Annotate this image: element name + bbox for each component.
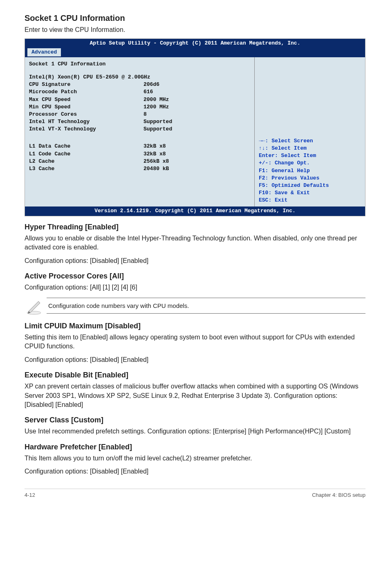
text-limit-cpuid-body: Setting this item to [Enabled] allows le… [25,333,365,351]
bios-help-line: F1: General Help [259,167,361,175]
heading-limit-cpuid: Limit CPUID Maximum [Disabled] [25,321,365,331]
page-footer: 4-12 Chapter 4: BIOS setup [25,489,365,499]
text-active-cores-config: Configuration options: [All] [1] [2] [4]… [25,283,365,292]
bios-left-column: Socket 1 CPU Information Intel(R) Xeon(R… [25,57,255,207]
text-socket-info-intro: Enter to view the CPU Information. [25,25,365,34]
bios-right-column: →←: Select Screen ↑↓: Select Item Enter:… [255,57,365,207]
bios-label: CPU Signature [29,81,143,88]
bios-label: L1 Data Cache [29,143,143,150]
bios-row-intel-ht: Intel HT Technology Supported [29,118,250,126]
bios-row-max-cpu-speed: Max CPU Speed 2000 MHz [29,96,250,103]
bios-tab-bar: Advanced [25,48,365,57]
bios-label: L2 Cache [29,158,143,165]
bios-help-line: ESC: Exit [259,197,361,204]
bios-label: L1 Code Cache [29,150,143,158]
heading-hw-prefetch: Hardware Prefetcher [Enabled] [25,442,365,452]
text-hw-prefetch-body: This Item allows you to turn on/off the … [25,454,365,463]
bios-title-bar: Aptio Setup Utility - Copyright (C) 2011… [25,39,365,48]
text-hw-prefetch-config: Configuration options: [Disabled] [Enabl… [25,467,365,476]
heading-socket-info: Socket 1 CPU Information [25,12,365,24]
heading-server-class: Server Class [Custom] [25,415,365,425]
bios-value: 1200 MHz [143,103,250,111]
text-hyper-threading-body: Allows you to enable or disable the Inte… [25,234,365,252]
bios-label: Intel VT-X Technology [29,126,143,133]
bios-body: Socket 1 CPU Information Intel(R) Xeon(R… [25,57,365,207]
bios-value: 206d6 [143,81,250,88]
bios-value: 32kB x8 [143,143,250,150]
text-execute-disable-body: XP can prevent certain classes of malici… [25,382,365,409]
bios-footer-bar: Version 2.14.1219. Copyright (C) 2011 Am… [25,206,365,215]
heading-execute-disable: Execute Disable Bit [Enabled] [25,370,365,380]
bios-row-processor-cores: Processor Cores 8 [29,111,250,118]
bios-label: Processor Cores [29,111,143,118]
bios-value: 8 [143,111,250,118]
bios-panel: Aptio Setup Utility - Copyright (C) 2011… [25,38,365,216]
note-text: Configuration code numbers vary with CPU… [47,298,365,314]
bios-tab-advanced[interactable]: Advanced [27,48,61,56]
bios-row-min-cpu-speed: Min CPU Speed 1200 MHz [29,103,250,111]
heading-active-cores: Active Processor Cores [All] [25,271,365,281]
bios-help-line: Enter: Select Item [259,152,361,159]
text-hyper-threading-config: Configuration options: [Disabled] [Enabl… [25,256,365,265]
heading-hyper-threading: Hyper Threading [Enabled] [25,222,365,232]
chapter-label: Chapter 4: BIOS setup [312,491,365,499]
bios-row-l3-cache: L3 Cache 20480 kB [29,165,250,173]
text-server-class-body: Use Intel recommended prefetch settings.… [25,427,365,436]
bios-value: Supported [143,118,250,126]
bios-value: 616 [143,88,250,96]
bios-group-title: Socket 1 CPU Information [29,61,250,68]
bios-row-intel-vtx: Intel VT-X Technology Supported [29,126,250,133]
note-row: Configuration code numbers vary with CPU… [25,296,365,315]
bios-label: Intel HT Technology [29,118,143,126]
bios-row-cpu-signature: CPU Signature 206d6 [29,81,250,88]
bios-help-line: +/-: Change Opt. [259,159,361,167]
bios-value: 2000 MHz [143,96,250,103]
bios-row-l1-data-cache: L1 Data Cache 32kB x8 [29,143,250,150]
text-limit-cpuid-config: Configuration options: [Disabled] [Enabl… [25,355,365,364]
bios-help-line: F10: Save & Exit [259,189,361,197]
bios-help-line: ↑↓: Select Item [259,145,361,152]
bios-help-line: F5: Optimized Defaults [259,182,361,189]
bios-help-line: →←: Select Screen [259,137,361,145]
bios-row-l2-cache: L2 Cache 256kB x8 [29,158,250,165]
bios-row-l1-code-cache: L1 Code Cache 32kB x8 [29,150,250,158]
pencil-note-icon [25,296,43,315]
bios-label: Min CPU Speed [29,103,143,111]
bios-value: 256kB x8 [143,158,250,165]
page-number: 4-12 [25,491,35,499]
bios-label: Max CPU Speed [29,96,143,103]
bios-cpu-line: Intel(R) Xeon(R) CPU E5-2650 @ 2.00GHz [29,74,250,81]
bios-value: 32kB x8 [143,150,250,158]
bios-label: L3 Cache [29,165,143,173]
bios-value: 20480 kB [143,165,250,173]
bios-row-microcode-patch: Microcode Patch 616 [29,88,250,96]
bios-label: Microcode Patch [29,88,143,96]
bios-value: Supported [143,126,250,133]
bios-help-line: F2: Previous Values [259,175,361,182]
